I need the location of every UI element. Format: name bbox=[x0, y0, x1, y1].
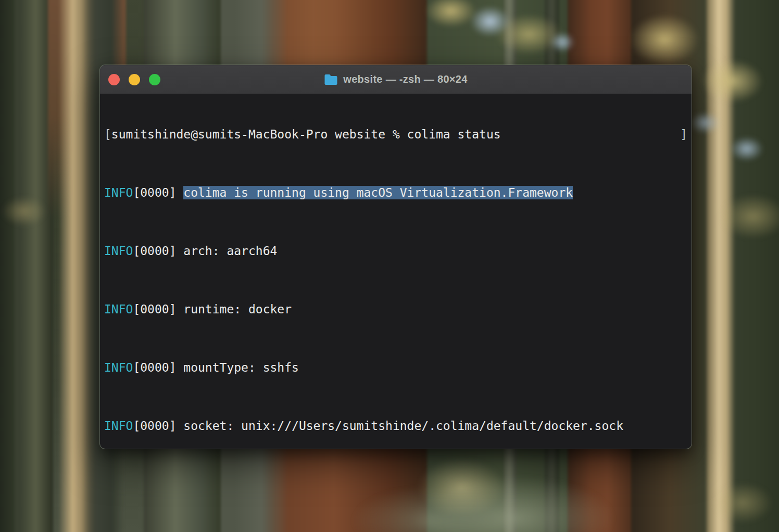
log-message: arch: aarch64 bbox=[183, 244, 277, 258]
terminal-line-output: INFO[0000] runtime: docker bbox=[104, 302, 687, 316]
log-timestamp: [0000] bbox=[133, 419, 183, 433]
terminal-line-output: INFO[0000] colima is running using macOS… bbox=[104, 185, 687, 200]
window-title-group: website — -zsh — 80×24 bbox=[324, 73, 467, 85]
log-level-label: INFO bbox=[104, 186, 133, 199]
close-button[interactable] bbox=[108, 74, 120, 85]
folder-icon bbox=[324, 74, 338, 85]
log-timestamp: [0000] bbox=[133, 186, 183, 199]
zoom-button[interactable] bbox=[149, 74, 160, 85]
window-titlebar[interactable]: website — -zsh — 80×24 bbox=[100, 65, 692, 94]
terminal-line-output: INFO[0000] socket: unix:///Users/sumitsh… bbox=[104, 419, 687, 433]
terminal-line-command: [sumitshinde@sumits-MacBook-Pro website … bbox=[104, 127, 687, 142]
terminal-line-output: INFO[0000] mountType: sshfs bbox=[104, 360, 687, 375]
log-level-label: INFO bbox=[104, 419, 133, 433]
terminal-window: website — -zsh — 80×24 [sumitshinde@sumi… bbox=[100, 65, 692, 449]
traffic-light-buttons bbox=[108, 65, 160, 94]
selected-text: colima is running using macOS Virtualiza… bbox=[183, 186, 573, 199]
log-timestamp: [0000] bbox=[133, 244, 183, 258]
command-close-mark: ] bbox=[680, 127, 687, 142]
log-level-label: INFO bbox=[104, 302, 133, 316]
log-level-label: INFO bbox=[104, 244, 133, 258]
command-open-mark: [ bbox=[104, 128, 111, 141]
log-timestamp: [0000] bbox=[133, 302, 183, 316]
log-level-label: INFO bbox=[104, 361, 133, 374]
log-timestamp: [0000] bbox=[133, 361, 183, 374]
log-message: mountType: sshfs bbox=[183, 361, 299, 374]
terminal-line-output: INFO[0000] arch: aarch64 bbox=[104, 244, 687, 258]
minimize-button[interactable] bbox=[129, 74, 140, 85]
log-message: runtime: docker bbox=[183, 302, 292, 316]
command-text: sumitshinde@sumits-MacBook-Pro website %… bbox=[111, 128, 501, 141]
log-message: socket: unix:///Users/sumitshinde/.colim… bbox=[183, 419, 623, 433]
terminal-content[interactable]: [sumitshinde@sumits-MacBook-Pro website … bbox=[100, 94, 692, 449]
window-title: website — -zsh — 80×24 bbox=[343, 73, 467, 85]
